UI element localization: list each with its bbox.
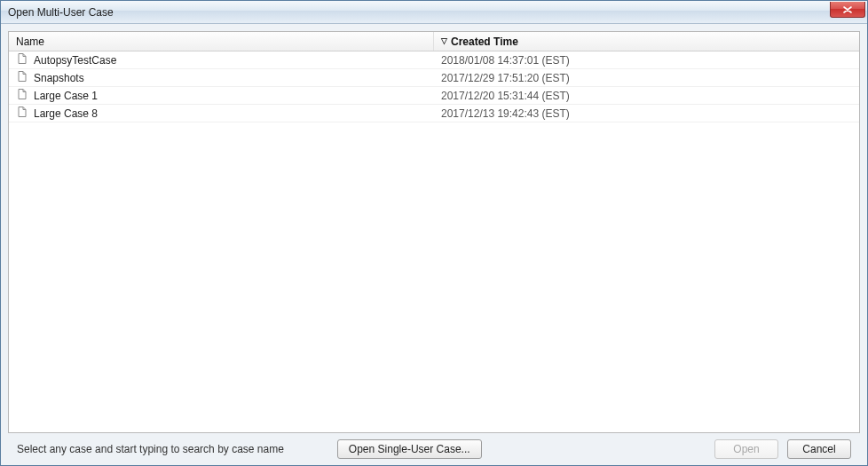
case-name: Large Case 1 — [34, 90, 98, 102]
open-button[interactable]: Open — [714, 439, 778, 459]
cell-name: Large Case 8 — [9, 106, 434, 121]
cell-created-time: 2018/01/08 14:37:01 (EST) — [434, 54, 859, 67]
search-hint: Select any case and start typing to sear… — [17, 443, 284, 455]
table-header: Name ▽ Created Time — [9, 32, 859, 51]
cell-name: AutopsyTestCase — [9, 52, 434, 67]
close-button[interactable] — [830, 2, 865, 18]
cell-created-time: 2017/12/20 15:31:44 (EST) — [434, 90, 859, 102]
close-icon — [843, 6, 852, 13]
file-icon — [16, 88, 28, 103]
case-table: Name ▽ Created Time AutopsyTestCase2018/… — [8, 31, 860, 433]
column-label: Name — [16, 36, 44, 48]
file-icon — [16, 52, 28, 67]
dialog-footer: Select any case and start typing to sear… — [8, 433, 860, 465]
column-label: Created Time — [451, 36, 518, 48]
file-icon — [16, 70, 28, 85]
cell-created-time: 2017/12/29 17:51:20 (EST) — [434, 72, 859, 84]
cell-name: Snapshots — [9, 70, 434, 85]
table-row[interactable]: Large Case 12017/12/20 15:31:44 (EST) — [9, 87, 859, 105]
column-header-created-time[interactable]: ▽ Created Time — [434, 32, 859, 51]
window-buttons — [830, 1, 867, 23]
table-row[interactable]: Large Case 82017/12/13 19:42:43 (EST) — [9, 105, 859, 122]
case-name: Snapshots — [34, 72, 84, 84]
table-body[interactable]: AutopsyTestCase2018/01/08 14:37:01 (EST)… — [9, 51, 859, 432]
window-title: Open Multi-User Case — [8, 6, 114, 19]
table-row[interactable]: Snapshots2017/12/29 17:51:20 (EST) — [9, 69, 859, 87]
file-icon — [16, 106, 28, 121]
column-header-name[interactable]: Name — [9, 32, 434, 51]
cancel-button[interactable]: Cancel — [787, 439, 851, 459]
cell-name: Large Case 1 — [9, 88, 434, 103]
dialog-window: Open Multi-User Case Name ▽ Created Time — [0, 0, 868, 466]
case-name: AutopsyTestCase — [34, 54, 116, 67]
table-row[interactable]: AutopsyTestCase2018/01/08 14:37:01 (EST) — [9, 51, 859, 69]
case-name: Large Case 8 — [34, 107, 98, 120]
titlebar[interactable]: Open Multi-User Case — [1, 1, 867, 24]
cell-created-time: 2017/12/13 19:42:43 (EST) — [434, 107, 859, 120]
open-single-user-case-button[interactable]: Open Single-User Case... — [337, 439, 482, 459]
dialog-content: Name ▽ Created Time AutopsyTestCase2018/… — [1, 24, 867, 465]
sort-desc-icon: ▽ — [441, 37, 447, 45]
